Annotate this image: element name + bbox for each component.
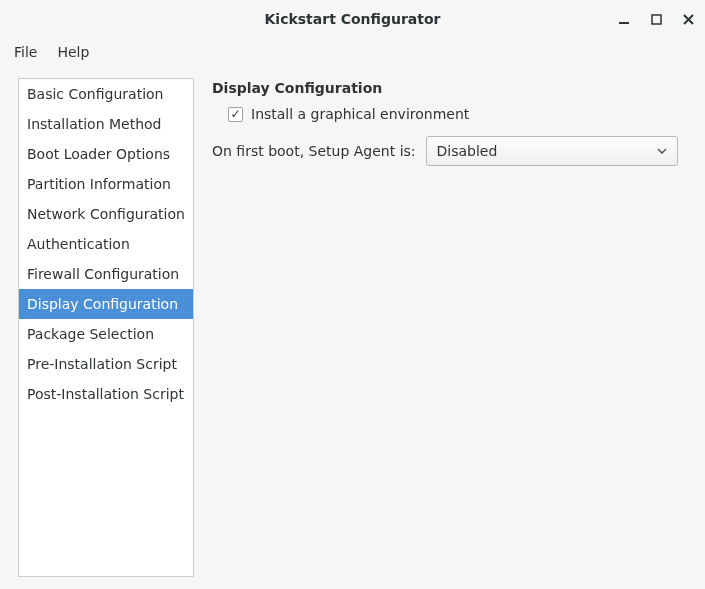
svg-rect-1 [652, 15, 661, 24]
close-button[interactable] [679, 10, 697, 28]
chevron-down-icon [657, 146, 667, 156]
content-area: Basic ConfigurationInstallation MethodBo… [0, 66, 705, 589]
setup-agent-row: On first boot, Setup Agent is: Disabled [212, 136, 691, 166]
menu-help[interactable]: Help [47, 40, 99, 64]
menubar: File Help [0, 38, 705, 66]
setup-agent-label: On first boot, Setup Agent is: [212, 143, 416, 159]
sidebar-item-6[interactable]: Firewall Configuration [19, 259, 193, 289]
install-graphical-label[interactable]: Install a graphical environment [251, 106, 469, 122]
window-controls [615, 0, 697, 38]
sidebar-item-8[interactable]: Package Selection [19, 319, 193, 349]
sidebar-item-1[interactable]: Installation Method [19, 109, 193, 139]
sidebar-item-3[interactable]: Partition Information [19, 169, 193, 199]
sidebar-item-0[interactable]: Basic Configuration [19, 79, 193, 109]
setup-agent-value: Disabled [437, 143, 498, 159]
sidebar-item-5[interactable]: Authentication [19, 229, 193, 259]
menu-file[interactable]: File [4, 40, 47, 64]
sidebar-item-2[interactable]: Boot Loader Options [19, 139, 193, 169]
sidebar-item-9[interactable]: Pre-Installation Script [19, 349, 193, 379]
install-graphical-checkbox[interactable] [228, 107, 243, 122]
setup-agent-dropdown[interactable]: Disabled [426, 136, 678, 166]
main-panel: Display Configuration Install a graphica… [212, 78, 691, 577]
svg-rect-0 [619, 22, 629, 24]
maximize-button[interactable] [647, 10, 665, 28]
install-graphical-row: Install a graphical environment [228, 106, 691, 122]
window-title: Kickstart Configurator [265, 11, 441, 27]
titlebar: Kickstart Configurator [0, 0, 705, 38]
section-title: Display Configuration [212, 80, 691, 96]
sidebar-item-4[interactable]: Network Configuration [19, 199, 193, 229]
sidebar: Basic ConfigurationInstallation MethodBo… [18, 78, 194, 577]
sidebar-item-10[interactable]: Post-Installation Script [19, 379, 193, 409]
sidebar-item-7[interactable]: Display Configuration [19, 289, 193, 319]
minimize-button[interactable] [615, 10, 633, 28]
